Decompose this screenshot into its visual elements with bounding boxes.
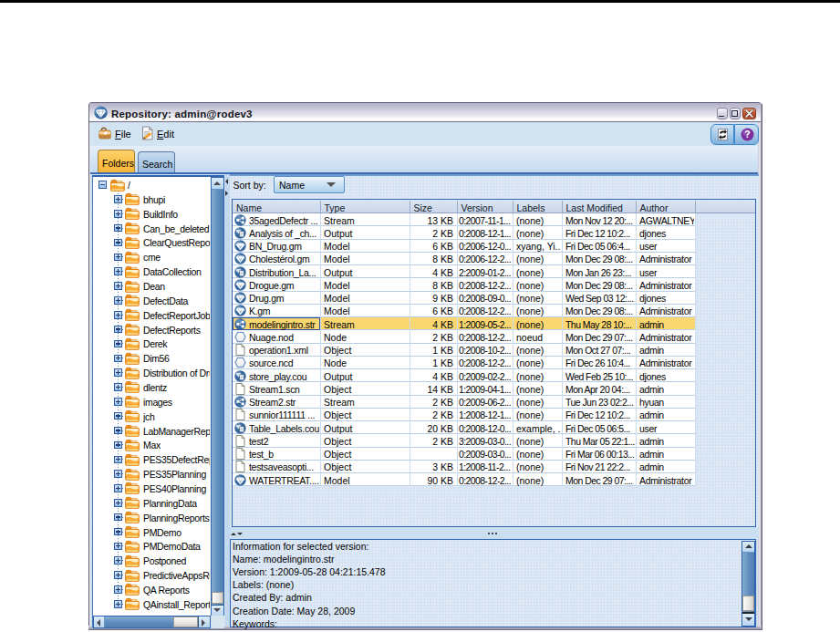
svg-text:?: ? [744,129,750,140]
